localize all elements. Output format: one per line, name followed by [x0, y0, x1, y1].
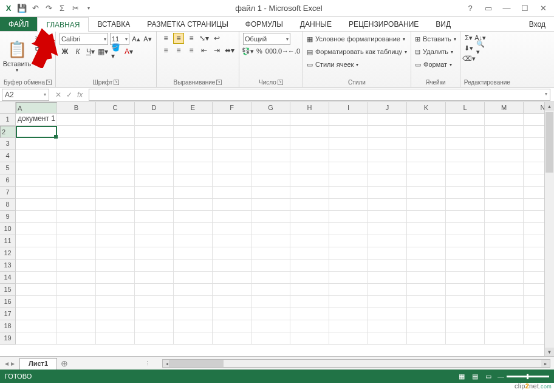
cell[interactable]	[96, 308, 135, 320]
new-sheet-button[interactable]: ⊕	[57, 357, 72, 370]
formula-input[interactable]: ▾	[89, 89, 550, 101]
cell[interactable]	[368, 114, 407, 126]
cell[interactable]	[135, 174, 174, 187]
cell[interactable]	[368, 320, 407, 332]
row-header[interactable]: 8	[0, 199, 16, 211]
cell[interactable]	[290, 150, 329, 162]
decrease-font-icon[interactable]: A▾	[143, 34, 152, 44]
cell[interactable]	[329, 187, 368, 199]
cell[interactable]	[446, 187, 485, 199]
align-right-icon[interactable]: ≡	[186, 45, 197, 56]
cell[interactable]	[16, 308, 57, 320]
cell[interactable]	[446, 126, 485, 138]
worksheet-grid[interactable]: ABCDEFGHIJKLMN 1234567891011121314151617…	[0, 102, 554, 356]
font-dialog-icon[interactable]	[114, 80, 119, 85]
cell[interactable]	[96, 284, 135, 296]
cell[interactable]	[57, 114, 96, 126]
copy-button[interactable]: ⧉	[33, 44, 43, 53]
cell[interactable]	[174, 284, 213, 296]
cell[interactable]	[329, 272, 368, 284]
cell[interactable]	[485, 174, 524, 187]
tab-view[interactable]: ВИД	[427, 17, 459, 31]
hscroll-thumb[interactable]	[169, 360, 224, 367]
cell[interactable]	[57, 126, 96, 138]
cell[interactable]	[213, 138, 251, 150]
bold-button[interactable]: Ж	[60, 46, 70, 57]
tab-formulas[interactable]: ФОРМУЛЫ	[237, 17, 292, 31]
row-header[interactable]: 6	[0, 174, 16, 187]
cell[interactable]	[329, 260, 368, 272]
font-color-button[interactable]: A▾	[123, 46, 134, 57]
cell[interactable]	[290, 187, 329, 199]
cell[interactable]	[174, 296, 213, 308]
cell[interactable]	[485, 211, 524, 223]
cell[interactable]	[16, 174, 57, 187]
column-header[interactable]: L	[446, 102, 485, 114]
cell[interactable]	[135, 114, 174, 126]
cell[interactable]	[485, 260, 524, 272]
cell[interactable]	[135, 320, 174, 332]
cell[interactable]	[446, 296, 485, 308]
cell[interactable]	[213, 174, 251, 187]
column-header[interactable]: K	[407, 102, 446, 114]
view-normal-icon[interactable]: ▦	[459, 373, 465, 380]
cells-area[interactable]: документ 1	[16, 114, 554, 345]
row-header[interactable]: 19	[0, 332, 16, 345]
cell[interactable]	[251, 272, 290, 284]
cell[interactable]	[329, 138, 368, 150]
cell[interactable]	[135, 150, 174, 162]
decrease-indent-icon[interactable]: ⇤	[199, 45, 210, 56]
cell[interactable]	[16, 138, 57, 150]
cell[interactable]	[251, 199, 290, 211]
cell[interactable]	[485, 320, 524, 332]
cell[interactable]	[96, 126, 135, 138]
cell[interactable]	[174, 114, 213, 126]
cell[interactable]	[407, 332, 446, 345]
cell[interactable]	[135, 199, 174, 211]
cell[interactable]	[407, 284, 446, 296]
cut-button[interactable]: ✂	[33, 33, 43, 43]
scroll-right-icon[interactable]: ▸	[541, 360, 550, 367]
cell[interactable]	[96, 150, 135, 162]
cell[interactable]	[290, 235, 329, 247]
tab-page-layout[interactable]: РАЗМЕТКА СТРАНИЦЫ	[138, 17, 237, 31]
cell[interactable]	[96, 114, 135, 126]
cell[interactable]	[213, 114, 251, 126]
cell[interactable]	[446, 223, 485, 235]
cell[interactable]	[16, 247, 57, 260]
cell[interactable]	[446, 174, 485, 187]
column-header[interactable]: G	[251, 102, 290, 114]
vscroll-thumb[interactable]	[545, 112, 553, 173]
cell[interactable]	[213, 308, 251, 320]
cell[interactable]	[368, 150, 407, 162]
zoom-slider[interactable]	[507, 376, 549, 377]
cell[interactable]	[174, 247, 213, 260]
column-header[interactable]: M	[485, 102, 524, 114]
cell[interactable]	[485, 272, 524, 284]
cell[interactable]	[213, 284, 251, 296]
sheet-nav-prev-icon[interactable]: ◂	[5, 359, 9, 368]
view-page-layout-icon[interactable]: ▤	[472, 373, 478, 380]
currency-icon[interactable]: 💱▾	[243, 46, 253, 56]
delete-cells-button[interactable]: ⊟Удалить▾	[415, 46, 456, 58]
increase-decimal-icon[interactable]: .0→	[278, 46, 287, 56]
tab-review[interactable]: РЕЦЕНЗИРОВАНИЕ	[340, 17, 427, 31]
cell[interactable]	[368, 284, 407, 296]
cell[interactable]	[16, 272, 57, 284]
tab-home[interactable]: ГЛАВНАЯ	[37, 17, 89, 32]
cell[interactable]	[485, 114, 524, 126]
column-header[interactable]: B	[57, 102, 96, 114]
cell[interactable]	[329, 126, 368, 138]
cell[interactable]	[290, 126, 329, 138]
paste-button[interactable]: 📋 Вставить ▾	[4, 33, 30, 73]
cell[interactable]	[329, 308, 368, 320]
row-header[interactable]: 13	[0, 260, 16, 272]
cell[interactable]	[329, 332, 368, 345]
cell[interactable]	[368, 296, 407, 308]
help-icon[interactable]: ?	[464, 2, 476, 15]
cell[interactable]	[57, 272, 96, 284]
cell[interactable]	[290, 272, 329, 284]
cell[interactable]	[368, 138, 407, 150]
cell[interactable]	[407, 126, 446, 138]
clear-button[interactable]: ⌫▾	[464, 53, 474, 63]
